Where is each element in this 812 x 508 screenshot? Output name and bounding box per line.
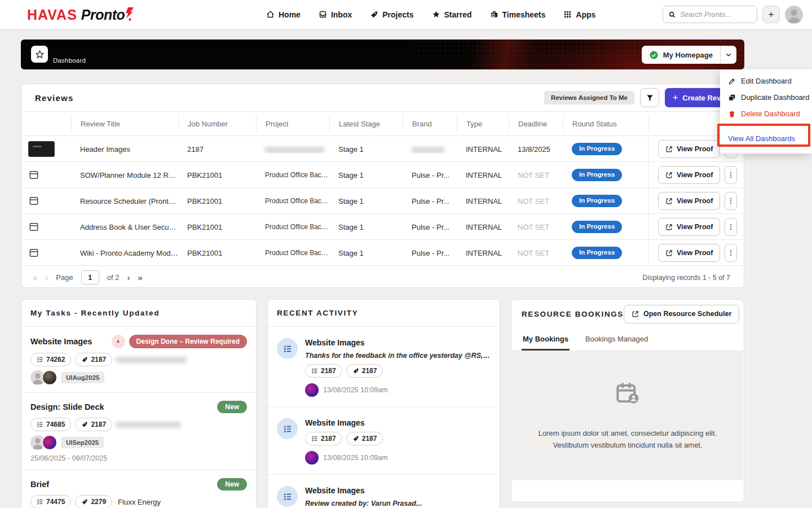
status-badge: In Progress bbox=[572, 169, 622, 181]
view-proof-button[interactable]: View Proof bbox=[658, 166, 720, 184]
review-thumbnail[interactable] bbox=[28, 141, 55, 157]
activity-title[interactable]: Website Images bbox=[305, 486, 422, 495]
first-page-button[interactable]: « bbox=[33, 273, 37, 282]
job-number-badge[interactable]: 2187 bbox=[75, 418, 112, 431]
next-page-button[interactable]: › bbox=[127, 273, 130, 282]
bookings-empty-state: Lorem ipsum dolor sit amet, consectetur … bbox=[512, 351, 743, 480]
view-proof-button[interactable]: View Proof bbox=[658, 192, 720, 210]
review-title-cell[interactable]: Resource Scheduler (Pronto A... bbox=[71, 197, 178, 205]
menu-label: Edit Dashboard bbox=[741, 77, 792, 85]
task-title[interactable]: Design: Slide Deck bbox=[30, 402, 104, 411]
type-cell: INTERNAL bbox=[457, 145, 509, 154]
open-resource-scheduler-button[interactable]: Open Resource Scheduler bbox=[624, 305, 739, 323]
review-title-cell[interactable]: SOW/Planner Module 12 Revi... bbox=[71, 171, 178, 179]
row-kebab-menu-button[interactable] bbox=[725, 192, 737, 210]
menu-item-duplicate-dashboard[interactable]: Duplicate Dashboard bbox=[720, 89, 812, 106]
review-title-cell[interactable]: Address Book & User Security bbox=[71, 223, 178, 231]
redacted-text bbox=[265, 147, 324, 153]
timesheets-icon bbox=[490, 10, 498, 19]
rocket-icon bbox=[352, 367, 359, 374]
job-number-badge[interactable]: 2279 bbox=[75, 495, 112, 508]
tab-bookings-managed[interactable]: Bookings Managed bbox=[584, 328, 649, 351]
column-header: Job Number bbox=[178, 116, 256, 132]
table-row[interactable]: Resource Scheduler (Pronto A... PBK21001… bbox=[21, 188, 744, 214]
activity-title[interactable]: Website Images bbox=[305, 418, 388, 427]
nav-item-timesheets[interactable]: Timesheets bbox=[490, 10, 546, 19]
row-kebab-menu-button[interactable] bbox=[725, 218, 737, 236]
menu-item-edit-dashboard[interactable]: Edit Dashboard bbox=[720, 73, 812, 89]
review-title-cell[interactable]: Header Images bbox=[71, 145, 178, 154]
assignee-avatar bbox=[42, 435, 57, 450]
nav-item-apps[interactable]: Apps bbox=[563, 10, 595, 19]
tab-my-bookings[interactable]: My Bookings bbox=[522, 328, 570, 351]
project-cell: Product Office Backlog & ... bbox=[256, 171, 329, 179]
nav-item-inbox[interactable]: Inbox bbox=[319, 10, 352, 19]
job-number-badge[interactable]: 2187 bbox=[75, 353, 112, 366]
activity-user-avatar bbox=[305, 451, 319, 465]
client-name: Fluxx Energy bbox=[118, 498, 161, 506]
reviews-assigned-filter[interactable]: Reviews Assigned To Me bbox=[544, 91, 634, 104]
menu-label: Duplicate Dashboard bbox=[741, 93, 809, 102]
review-title-cell[interactable]: Wiki - Pronto Academy Modul... bbox=[71, 249, 178, 257]
view-proof-button[interactable]: View Proof bbox=[658, 218, 720, 236]
nav-item-projects[interactable]: Projects bbox=[370, 10, 413, 19]
brand-cell-redacted bbox=[403, 145, 457, 154]
activity-list-item[interactable]: Website Images Thanks for the feedback i… bbox=[268, 327, 500, 407]
search-icon bbox=[668, 11, 676, 19]
prev-page-button[interactable]: ‹ bbox=[45, 273, 48, 282]
task-number-badge[interactable]: 74475 bbox=[30, 495, 71, 508]
task-number-badge[interactable]: 74685 bbox=[30, 418, 71, 431]
kebab-icon bbox=[727, 197, 735, 205]
activity-comment: Review created by: Varun Prasad... bbox=[305, 500, 422, 507]
search-input[interactable] bbox=[680, 11, 748, 19]
task-list-item[interactable]: Design: Slide Deck New 74685 2187 bbox=[21, 393, 256, 470]
job-number-badge[interactable]: 2187 bbox=[346, 364, 383, 378]
job-number-badge[interactable]: 2187 bbox=[346, 432, 383, 445]
add-button[interactable]: + bbox=[762, 6, 780, 23]
external-link-icon bbox=[632, 310, 639, 318]
page-number-input[interactable] bbox=[81, 270, 99, 284]
badge-value: 2187 bbox=[321, 435, 336, 443]
view-proof-button[interactable]: View Proof bbox=[658, 244, 720, 262]
view-proof-button[interactable]: View Proof bbox=[658, 140, 720, 158]
task-number-badge[interactable]: 2187 bbox=[305, 364, 342, 378]
deadline-cell: NOT SET bbox=[509, 171, 563, 179]
activity-checklist-icon bbox=[277, 418, 298, 439]
favorite-star-button[interactable] bbox=[31, 46, 48, 63]
badge-value: 74262 bbox=[46, 356, 65, 364]
logo-havas-text: HAVAS bbox=[27, 7, 77, 23]
my-homepage-main[interactable]: My Homepage bbox=[642, 46, 720, 64]
row-kebab-menu-button[interactable] bbox=[725, 166, 737, 184]
activity-list-item[interactable]: Website Images 2187 2187 13/08/2025 10:0… bbox=[268, 407, 500, 475]
row-kebab-menu-button[interactable] bbox=[725, 244, 737, 262]
rocket-icon bbox=[81, 356, 88, 363]
job-number-cell: PBK21001 bbox=[178, 197, 256, 205]
filter-button[interactable] bbox=[640, 88, 659, 107]
task-title[interactable]: Website Images bbox=[30, 337, 92, 346]
task-number-badge[interactable]: 2187 bbox=[305, 432, 342, 445]
table-row[interactable]: SOW/Planner Module 12 Revi... PBK21001 P… bbox=[21, 162, 744, 188]
browser-window-icon bbox=[28, 195, 71, 207]
reviews-panel: Reviews Reviews Assigned To Me + Create … bbox=[21, 84, 744, 288]
homepage-dropdown-toggle[interactable] bbox=[720, 46, 736, 64]
activity-title[interactable]: Website Images bbox=[305, 338, 491, 347]
activity-list-item[interactable]: Website Images Review created by: Varun … bbox=[268, 475, 500, 508]
task-title[interactable]: Brief bbox=[30, 480, 49, 489]
task-number-badge[interactable]: 74262 bbox=[30, 353, 71, 366]
dashboard-banner: Dashboard My Homepage bbox=[21, 40, 744, 69]
user-avatar[interactable] bbox=[785, 6, 803, 24]
task-list-item[interactable]: Website Images Design Done – Review Requ… bbox=[21, 327, 256, 393]
menu-item-view-all-dashboards[interactable]: View All Dashboards bbox=[720, 130, 812, 147]
table-row[interactable]: Header Images 2187 Stage 1 INTERNAL 13/8… bbox=[21, 136, 744, 162]
table-row[interactable]: Wiki - Pronto Academy Modul... PBK21001 … bbox=[21, 240, 744, 266]
nav-item-starred[interactable]: Starred bbox=[432, 10, 472, 19]
menu-item-delete-dashboard[interactable]: Delete Dashboard bbox=[720, 106, 812, 122]
last-page-button[interactable]: » bbox=[138, 273, 142, 282]
task-list-item[interactable]: Brief New 74475 2279 Fluxx Energy 03 bbox=[21, 470, 256, 508]
status-cell: In Progress bbox=[563, 247, 648, 259]
stage-cell: Stage 1 bbox=[329, 197, 403, 205]
havas-pronto-logo[interactable]: HAVAS Pronto bbox=[27, 6, 134, 23]
stage-cell: Stage 1 bbox=[329, 223, 403, 231]
table-row[interactable]: Address Book & User Security PBK21001 Pr… bbox=[21, 214, 744, 240]
nav-item-home[interactable]: Home bbox=[266, 10, 301, 19]
